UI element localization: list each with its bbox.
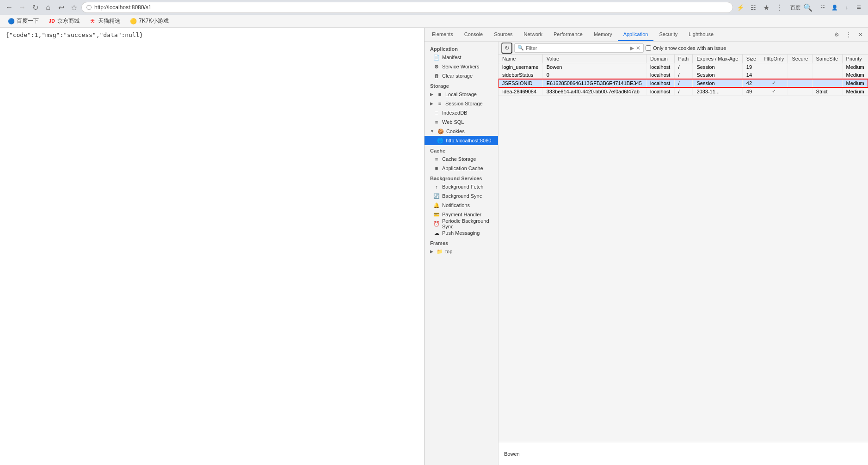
cell-expires: Session — [693, 71, 742, 79]
service-workers-icon: ⚙ — [434, 64, 439, 69]
devtools-close[interactable]: ✕ — [855, 29, 866, 40]
local-storage-label: Local Storage — [445, 92, 477, 97]
star-button[interactable]: ★ — [761, 2, 772, 13]
col-httponly[interactable]: HttpOnly — [760, 55, 788, 63]
filter-icon: 🔍 — [517, 45, 524, 51]
bg-fetch-label: Background Fetch — [442, 184, 483, 190]
sidebar-localhost-cookie[interactable]: 🌐 http://localhost:8080 — [425, 136, 498, 145]
more-button[interactable]: ⋮ — [774, 2, 785, 13]
top-frame-label: top — [445, 249, 452, 254]
cookie-filter-input[interactable] — [526, 45, 628, 51]
url-text: http://localhost:8080/s1 — [94, 4, 151, 11]
tab-network[interactable]: Network — [518, 28, 548, 41]
cell-path: / — [674, 87, 693, 96]
table-row[interactable]: JSESSIONIDE61628508646113GFB3B6E47141BE3… — [499, 79, 868, 87]
table-row[interactable]: login_usernameBowenlocalhost/Session19Me… — [499, 63, 868, 71]
tab-elements[interactable]: Elements — [426, 28, 459, 41]
sidebar-local-storage[interactable]: ▶ ≡ Local Storage — [425, 90, 498, 99]
tab-lighthouse[interactable]: Lighthouse — [683, 28, 719, 41]
sidebar-background-fetch[interactable]: ↑ Background Fetch — [425, 182, 498, 191]
devtools-more[interactable]: ⋮ — [843, 29, 854, 40]
reload-button[interactable]: ↻ — [30, 2, 41, 13]
col-domain[interactable]: Domain — [646, 55, 674, 63]
session-storage-label: Session Storage — [445, 101, 483, 106]
sidebar-indexeddb[interactable]: ≡ IndexedDB — [425, 108, 498, 117]
sidebar-clear-storage[interactable]: 🗑 Clear storage — [425, 71, 498, 80]
sidebar-push-messaging[interactable]: ☁ Push Messaging — [425, 228, 498, 238]
cell-samesite — [812, 79, 842, 87]
cell-secure — [788, 71, 812, 79]
sidebar-notifications[interactable]: 🔔 Notifications — [425, 201, 498, 210]
bookmark-button[interactable]: ☆ — [68, 2, 80, 13]
bg-sync-icon: 🔄 — [434, 193, 439, 199]
tab-application[interactable]: Application — [618, 28, 654, 41]
sidebar-session-storage[interactable]: ▶ ≡ Session Storage — [425, 99, 498, 108]
col-path[interactable]: Path — [674, 55, 693, 63]
table-row[interactable]: Idea-28469084333be614-a4f0-4420-bb00-7ef… — [499, 87, 868, 96]
sidebar-service-workers[interactable]: ⚙ Service Workers — [425, 62, 498, 71]
cell-httponly: ✓ — [760, 79, 788, 87]
col-secure[interactable]: Secure — [788, 55, 812, 63]
bookmark-baidu[interactable]: 🔵 百度一下 — [4, 16, 43, 26]
tab-performance[interactable]: Performance — [548, 28, 588, 41]
bookmark-7k7k-label: 7K7K小游戏 — [139, 17, 169, 25]
home-button[interactable]: ⌂ — [43, 2, 54, 13]
sidebar-background-sync[interactable]: 🔄 Background Sync — [425, 191, 498, 201]
col-expires[interactable]: Expires / Max-Age — [693, 55, 742, 63]
cell-httponly: ✓ — [760, 87, 788, 96]
sidebar-cookies[interactable]: ▼ 🍪 Cookies — [425, 127, 498, 136]
filter-x-icon[interactable]: ✕ — [636, 45, 640, 51]
col-name[interactable]: Name — [499, 55, 542, 63]
bookmark-tmall[interactable]: 天 天猫精选 — [85, 16, 124, 26]
bookmark-7k7k[interactable]: 🟡 7K7K小游戏 — [126, 16, 172, 26]
devtools-header: Elements Console Sources Network Perform… — [425, 28, 868, 42]
show-issues-checkbox[interactable] — [646, 45, 651, 51]
tab-memory[interactable]: Memory — [588, 28, 618, 41]
local-storage-expand: ▶ — [430, 92, 433, 97]
devtools-settings[interactable]: ⚙ — [831, 29, 842, 40]
filter-clear-icon[interactable]: ▶ — [630, 45, 634, 51]
col-priority[interactable]: Priority — [842, 55, 868, 63]
sidebar-manifest[interactable]: 📄 Manifest — [425, 53, 498, 62]
grid-button[interactable]: ☷ — [748, 2, 759, 13]
cell-expires: Session — [693, 79, 742, 87]
tab-console[interactable]: Console — [459, 28, 488, 41]
sidebar-top-frame[interactable]: ▶ 📁 top — [425, 247, 498, 256]
col-size[interactable]: Size — [742, 55, 760, 63]
show-issues-text: Only show cookies with an issue — [653, 45, 726, 51]
forward-button[interactable]: → — [17, 2, 28, 13]
sidebar-payment-handler[interactable]: 💳 Payment Handler — [425, 210, 498, 219]
col-value[interactable]: Value — [542, 55, 646, 63]
bookmarks-bar: 🔵 百度一下 JD 京东商城 天 天猫精选 🟡 7K7K小游戏 — [0, 15, 868, 28]
section-storage: Storage — [425, 80, 498, 90]
bg-fetch-icon: ↑ — [434, 184, 439, 190]
table-row[interactable]: sidebarStatus0localhost/Session14Medium — [499, 71, 868, 79]
user-account[interactable]: 👤 — [829, 2, 840, 13]
sidebar-websql[interactable]: ≡ Web SQL — [425, 117, 498, 127]
cookie-detail-value: Bowen — [504, 451, 520, 457]
tab-sources[interactable]: Sources — [488, 28, 518, 41]
address-bar[interactable]: ⓘ http://localhost:8080/s1 — [81, 2, 733, 13]
cell-value: 333be614-a4f0-4420-bb00-7ef0ad6f47ab — [542, 87, 646, 96]
col-samesite[interactable]: SameSite — [812, 55, 842, 63]
cell-httponly — [760, 71, 788, 79]
cell-name: sidebarStatus — [499, 71, 542, 79]
cell-domain: localhost — [646, 79, 674, 87]
search-button[interactable]: 🔍 — [802, 2, 813, 13]
tab-security[interactable]: Security — [653, 28, 683, 41]
back-button[interactable]: ← — [4, 2, 15, 13]
cache-storage-icon: ≡ — [434, 156, 439, 162]
extensions-grid[interactable]: ☷ — [817, 2, 828, 13]
section-cache: Cache — [425, 145, 498, 154]
download-button[interactable]: ↓ — [841, 2, 852, 13]
bookmark-jd[interactable]: JD 京东商城 — [44, 16, 83, 26]
lock-icon: ⓘ — [86, 4, 92, 11]
show-issues-label[interactable]: Only show cookies with an issue — [646, 45, 726, 51]
settings-menu[interactable]: ≡ — [853, 2, 864, 13]
undo-button[interactable]: ↩ — [55, 2, 67, 13]
extensions-button[interactable]: ⚡ — [735, 2, 746, 13]
sidebar-application-cache[interactable]: ≡ Application Cache — [425, 164, 498, 173]
cookie-refresh-button[interactable]: ↻ — [501, 43, 512, 54]
sidebar-cache-storage[interactable]: ≡ Cache Storage — [425, 154, 498, 164]
sidebar-periodic-bg-sync[interactable]: ⏰ Periodic Background Sync — [425, 219, 498, 228]
